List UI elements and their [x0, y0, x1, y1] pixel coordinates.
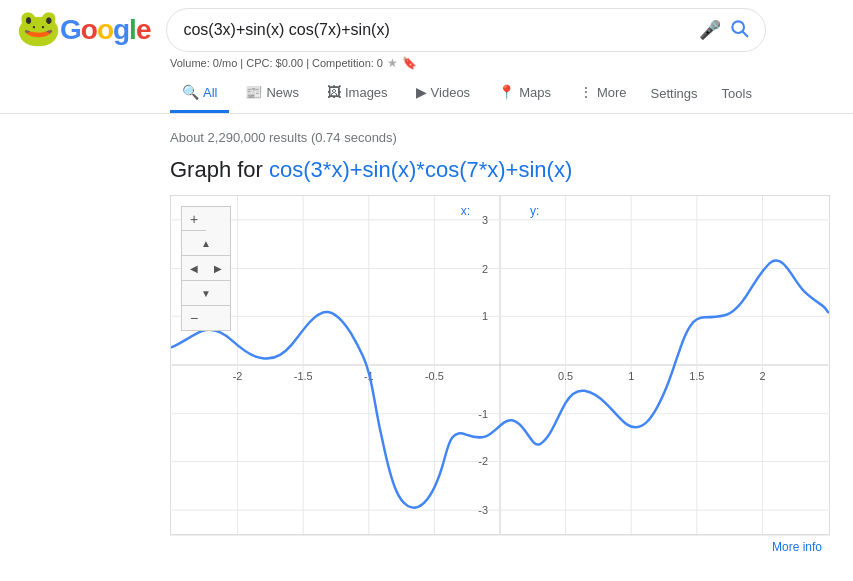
graph-formula[interactable]: cos(3*x)+sin(x)*cos(7*x)+sin(x) — [269, 157, 572, 182]
svg-line-1 — [743, 31, 748, 36]
svg-text:-1: -1 — [478, 408, 488, 420]
tab-maps[interactable]: 📍 Maps — [486, 74, 563, 113]
svg-text:-2: -2 — [233, 370, 243, 382]
search-input[interactable] — [183, 21, 699, 39]
tab-videos-label: Videos — [431, 85, 471, 100]
all-tab-icon: 🔍 — [182, 84, 199, 100]
bookmark-icon[interactable]: 🔖 — [402, 56, 417, 70]
tab-news-label: News — [266, 85, 299, 100]
svg-text:0.5: 0.5 — [558, 370, 573, 382]
logo-o2: o — [97, 14, 113, 46]
svg-text:2: 2 — [482, 263, 488, 275]
volume-text: Volume: 0/mo | CPC: $0.00 | Competition:… — [170, 57, 383, 69]
graph-svg: -2 -1.5 -1 -0.5 0.5 1 1.5 2 3 2 1 -1 -2 … — [171, 196, 829, 534]
svg-text:1: 1 — [628, 370, 634, 382]
svg-text:3: 3 — [482, 214, 488, 226]
svg-text:2: 2 — [759, 370, 765, 382]
settings-link[interactable]: Settings — [643, 76, 706, 111]
pan-up-button[interactable]: ▲ — [194, 231, 218, 255]
search-icons: 🎤 — [699, 18, 749, 43]
tab-images[interactable]: 🖼 Images — [315, 74, 400, 113]
search-bar-wrapper: 🎤 — [166, 8, 766, 52]
nav-tabs: 🔍 All 📰 News 🖼 Images ▶ Videos 📍 Maps ⋮ … — [0, 74, 853, 114]
videos-tab-icon: ▶ — [416, 84, 427, 100]
svg-text:-3: -3 — [478, 504, 488, 516]
tab-all-label: All — [203, 85, 217, 100]
pan-down-button[interactable]: ▼ — [194, 281, 218, 305]
google-logo[interactable]: 🐸 Google — [16, 9, 150, 51]
news-tab-icon: 📰 — [245, 84, 262, 100]
pan-left-button[interactable]: ◀ — [182, 256, 206, 280]
tab-more[interactable]: ⋮ More — [567, 74, 639, 113]
pan-controls: ▲ ◀ ▶ ▼ — [182, 231, 230, 306]
microphone-icon[interactable]: 🎤 — [699, 19, 721, 41]
tab-videos[interactable]: ▶ Videos — [404, 74, 483, 113]
tab-all[interactable]: 🔍 All — [170, 74, 229, 113]
graph-controls: + ▲ ◀ ▶ ▼ − — [181, 206, 231, 331]
nav-settings-group: Settings Tools — [643, 76, 760, 111]
logo-l: l — [129, 14, 136, 46]
graph-heading: Graph for cos(3*x)+sin(x)*cos(7*x)+sin(x… — [170, 157, 683, 183]
pan-right-button[interactable]: ▶ — [206, 256, 230, 280]
zoom-out-button[interactable]: − — [182, 306, 206, 330]
tab-images-label: Images — [345, 85, 388, 100]
graph-container: + ▲ ◀ ▶ ▼ − x: y: — [170, 195, 830, 535]
svg-text:-2: -2 — [478, 455, 488, 467]
logo-g2: g — [113, 14, 129, 46]
maps-tab-icon: 📍 — [498, 84, 515, 100]
volume-bar: Volume: 0/mo | CPC: $0.00 | Competition:… — [170, 52, 853, 74]
search-button-icon[interactable] — [729, 18, 749, 43]
images-tab-icon: 🖼 — [327, 84, 341, 100]
logo-e: e — [136, 14, 151, 46]
results-count: About 2,290,000 results (0.74 seconds) — [170, 130, 683, 145]
header: 🐸 Google 🎤 — [0, 0, 853, 52]
tab-news[interactable]: 📰 News — [233, 74, 311, 113]
star-icon[interactable]: ★ — [387, 56, 398, 70]
logo-g: G — [60, 14, 81, 46]
more-info-bar[interactable]: More info — [170, 535, 830, 558]
zoom-in-button[interactable]: + — [182, 207, 206, 231]
tools-link[interactable]: Tools — [714, 76, 760, 111]
more-info-text[interactable]: More info — [772, 540, 822, 554]
svg-text:1: 1 — [482, 310, 488, 322]
tab-more-label: More — [597, 85, 627, 100]
svg-text:-1.5: -1.5 — [294, 370, 313, 382]
graph-heading-prefix: Graph for — [170, 157, 269, 182]
svg-text:1.5: 1.5 — [689, 370, 704, 382]
tab-maps-label: Maps — [519, 85, 551, 100]
results-area: About 2,290,000 results (0.74 seconds) G… — [0, 114, 853, 566]
logo-o1: o — [81, 14, 97, 46]
more-tab-icon: ⋮ — [579, 84, 593, 100]
search-bar: 🎤 — [166, 8, 766, 52]
svg-text:-0.5: -0.5 — [425, 370, 444, 382]
